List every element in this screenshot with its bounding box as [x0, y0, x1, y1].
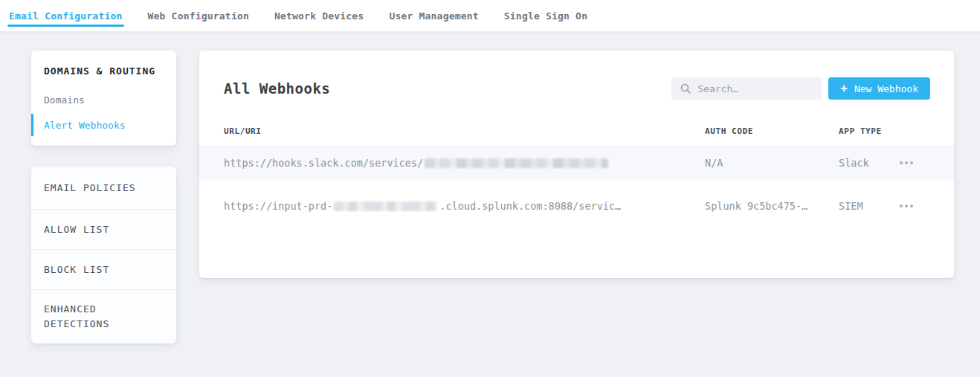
webhook-rows: https://hooks.slack.com/services/N/ASlac…	[199, 145, 954, 224]
sidebar-item-alert-webhooks[interactable]: Alert Webhooks	[31, 114, 176, 136]
webhooks-panel: All Webhooks + New Webhook URL/URI AUTH …	[199, 51, 954, 278]
new-webhook-label: New Webhook	[854, 83, 918, 94]
new-webhook-button[interactable]: + New Webhook	[828, 77, 930, 100]
table-header-row: URL/URI AUTH CODE APP TYPE	[199, 117, 954, 145]
ellipsis-icon	[910, 161, 913, 164]
auth-code-cell: Splunk 9c5bc475-…	[705, 200, 839, 212]
nav-tab-user-management[interactable]: User Management	[387, 0, 480, 31]
app-type-cell: Slack	[839, 157, 898, 169]
redacted-blob	[425, 158, 608, 168]
url-cell: https://hooks.slack.com/services/	[224, 157, 705, 169]
nav-tab-single-sign-on[interactable]: Single Sign On	[503, 0, 589, 31]
redacted-blob	[334, 202, 438, 211]
nav-tab-email-configuration[interactable]: Email Configuration	[7, 0, 124, 31]
auth-code-cell: N/A	[705, 157, 839, 169]
ellipsis-icon	[910, 204, 913, 207]
nav-tab-web-configuration[interactable]: Web Configuration	[146, 0, 251, 31]
search-icon	[680, 83, 691, 94]
nav-tabs: Email ConfigurationWeb ConfigurationNetw…	[7, 0, 611, 31]
ellipsis-icon	[900, 161, 903, 164]
sidebar-sections-card: EMAIL POLICIESALLOW LISTBLOCK LISTENHANC…	[31, 167, 176, 344]
domains-routing-items: DomainsAlert Webhooks	[31, 88, 176, 136]
ellipsis-icon	[900, 204, 903, 207]
row-actions-menu[interactable]	[898, 157, 915, 169]
col-header-app-type: APP TYPE	[839, 126, 898, 136]
url-text: https://input-prd-	[224, 200, 332, 212]
url-text: https://hooks.slack.com/services/	[224, 157, 423, 169]
table-row: https://input-prd-.cloud.splunk.com:8088…	[199, 188, 954, 224]
table-row: https://hooks.slack.com/services/N/ASlac…	[199, 145, 954, 181]
sidebar-section-enhanced-detections[interactable]: ENHANCED DETECTIONS	[31, 289, 176, 344]
webhooks-header: All Webhooks + New Webhook	[199, 77, 954, 100]
sidebar-sections: EMAIL POLICIESALLOW LISTBLOCK LISTENHANC…	[31, 167, 176, 344]
search-input[interactable]	[697, 83, 814, 94]
sidebar-item-domains[interactable]: Domains	[31, 88, 176, 111]
ellipsis-icon	[905, 204, 908, 207]
top-nav: Email ConfigurationWeb ConfigurationNetw…	[0, 0, 980, 32]
page-title: All Webhooks	[224, 80, 330, 97]
sidebar-section-block-list[interactable]: BLOCK LIST	[31, 249, 176, 289]
search-box[interactable]	[671, 77, 822, 100]
sidebar-section-email-policies[interactable]: EMAIL POLICIES	[31, 167, 176, 209]
plus-icon: +	[840, 83, 848, 94]
url-text: .cloud.splunk.com:8088/servic…	[439, 200, 621, 212]
row-actions-menu[interactable]	[898, 200, 915, 212]
url-cell: https://input-prd-.cloud.splunk.com:8088…	[224, 200, 705, 212]
webhooks-table: URL/URI AUTH CODE APP TYPE https://hooks…	[199, 117, 954, 224]
ellipsis-icon	[905, 161, 908, 164]
domains-routing-card: DOMAINS & ROUTING DomainsAlert Webhooks	[31, 51, 176, 146]
nav-tab-network-devices[interactable]: Network Devices	[273, 0, 365, 31]
app-type-cell: SIEM	[839, 200, 898, 212]
col-header-auth-code: AUTH CODE	[705, 126, 839, 136]
col-header-url: URL/URI	[224, 126, 705, 136]
sidebar-section-allow-list[interactable]: ALLOW LIST	[31, 209, 176, 249]
domains-routing-heading: DOMAINS & ROUTING	[31, 65, 176, 77]
